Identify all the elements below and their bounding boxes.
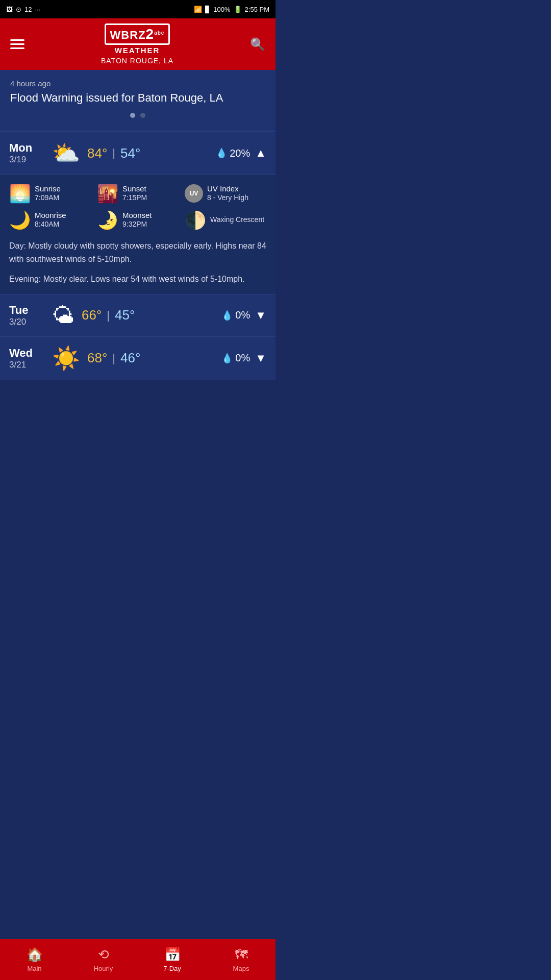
- day-detail-mon: 🌅 Sunrise 7:09AM 🌇 Sunset 7:15PM UV: [0, 175, 276, 294]
- precip-wed: 💧 0%: [221, 352, 250, 364]
- temp-high-wed: 68°: [87, 350, 107, 366]
- precip-value-wed: 0%: [235, 352, 250, 364]
- temps-wed: 68° | 46°: [87, 350, 221, 366]
- menu-button[interactable]: [10, 39, 24, 49]
- temp-high-tue: 66°: [82, 307, 102, 323]
- sunset-item: 🌇 Sunset 7:15PM: [97, 183, 179, 204]
- wifi-icon: 📶: [194, 6, 202, 13]
- chevron-mon[interactable]: ▲: [255, 146, 266, 160]
- drop-icon-mon: 💧: [216, 148, 227, 159]
- forecast-text-mon: Day: Mostly cloudy with spotty showers, …: [9, 239, 266, 286]
- photo-icon: 🖼: [6, 6, 13, 13]
- app-header: WBRZ2abc WEATHER BATON ROUGE, LA 🔍: [0, 18, 276, 70]
- drop-icon-wed: 💧: [221, 353, 233, 364]
- dot-1[interactable]: [130, 113, 135, 118]
- evening-forecast: Evening: Mostly clear. Lows near 54 with…: [9, 273, 266, 286]
- sunrise-time: 7:09AM: [35, 193, 61, 203]
- temp-low-tue: 45°: [115, 307, 135, 323]
- day-row-tue[interactable]: Tue 3/20 🌤 66° | 45° 💧 0% ▼: [0, 294, 276, 336]
- sunset-label: Sunset: [122, 184, 147, 193]
- sunset-icon: 🌇: [97, 183, 118, 204]
- precip-value-tue: 0%: [235, 309, 250, 321]
- sunrise-label: Sunrise: [35, 184, 61, 193]
- day-label-wed: Wed 3/21: [9, 347, 45, 370]
- sunset-time: 7:15PM: [122, 193, 147, 203]
- sunrise-item: 🌅 Sunrise 7:09AM: [9, 183, 91, 204]
- temps-mon: 84° | 54°: [87, 145, 216, 161]
- weather-icon-mon: ⛅: [52, 140, 80, 166]
- day-row-wed[interactable]: Wed 3/21 ☀️ 68° | 46° 💧 0% ▼: [0, 336, 276, 380]
- moonset-item: 🌛 Moonset 9:32PM: [97, 210, 179, 230]
- day-row-mon[interactable]: Mon 3/19 ⛅ 84° | 54° 💧 20% ▲ 🌅 Sunrise: [0, 131, 276, 294]
- dot-indicators: [10, 113, 265, 118]
- precip-value-mon: 20%: [230, 148, 250, 159]
- sun-moon-grid: 🌅 Sunrise 7:09AM 🌇 Sunset 7:15PM UV: [9, 183, 266, 230]
- alert-title: Flood Warning issued for Baton Rouge, LA: [10, 91, 265, 106]
- alert-time: 4 hours ago: [10, 79, 265, 88]
- more-icon: ···: [35, 6, 40, 13]
- drop-icon-tue: 💧: [221, 310, 233, 321]
- day-label-mon: Mon 3/19: [9, 141, 45, 165]
- battery-text: 100%: [213, 6, 230, 13]
- temps-tue: 66° | 45°: [82, 307, 221, 323]
- signal-icon: ▊: [205, 6, 210, 13]
- moonset-label: Moonset: [122, 211, 152, 219]
- precip-tue: 💧 0%: [221, 309, 250, 321]
- weather-icon-tue: 🌤: [52, 303, 74, 328]
- uv-label: UV Index: [207, 184, 248, 193]
- moonset-icon: 🌛: [97, 210, 118, 230]
- circle-icon: ⊙: [16, 6, 21, 13]
- moon-phase-value: Waxing Crescent: [210, 215, 264, 225]
- search-button[interactable]: 🔍: [250, 37, 265, 52]
- temp-low-wed: 46°: [120, 350, 140, 366]
- alert-banner[interactable]: 4 hours ago Flood Warning issued for Bat…: [0, 70, 276, 131]
- moonrise-label: Moonrise: [35, 211, 66, 219]
- battery-icon: 🔋: [234, 6, 242, 13]
- moonrise-time: 8:40AM: [35, 219, 66, 230]
- moonrise-item: 🌙 Moonrise 8:40AM: [9, 210, 91, 230]
- logo-weather: WEATHER: [101, 46, 173, 55]
- logo-city: BATON ROUGE, LA: [101, 57, 173, 65]
- temp-high-mon: 84°: [87, 145, 107, 161]
- precip-mon: 💧 20%: [216, 148, 250, 159]
- moonrise-icon: 🌙: [9, 210, 31, 230]
- status-right-icons: 📶 ▊ 100% 🔋 2:55 PM: [194, 6, 269, 13]
- day-forecast: Day: Mostly cloudy with spotty showers, …: [9, 239, 266, 265]
- uv-item: UV UV Index 8 - Very High: [185, 183, 266, 204]
- moon-phase-icon: 🌓: [185, 210, 206, 230]
- temp-low-mon: 54°: [120, 145, 140, 161]
- clock: 2:55 PM: [245, 6, 269, 13]
- day-label-tue: Tue 3/20: [9, 304, 45, 327]
- sunrise-icon: 🌅: [9, 183, 31, 204]
- chevron-tue[interactable]: ▼: [255, 309, 266, 322]
- uv-icon: UV: [185, 184, 203, 203]
- chevron-wed[interactable]: ▼: [255, 352, 266, 365]
- logo-area: WBRZ2abc WEATHER BATON ROUGE, LA: [101, 23, 173, 65]
- dot-2[interactable]: [140, 113, 145, 118]
- logo-box: WBRZ2abc: [105, 23, 170, 45]
- channel-badge: 12: [24, 6, 32, 13]
- weather-icon-wed: ☀️: [52, 345, 80, 372]
- status-bar: 🖼 ⊙ 12 ··· 📶 ▊ 100% 🔋 2:55 PM: [0, 0, 276, 18]
- moon-phase-item: 🌓 Waxing Crescent: [185, 210, 266, 230]
- status-left-icons: 🖼 ⊙ 12 ···: [6, 6, 40, 13]
- moonset-time: 9:32PM: [122, 219, 152, 230]
- logo-text: WBRZ2abc: [110, 29, 165, 41]
- uv-value: 8 - Very High: [207, 193, 248, 203]
